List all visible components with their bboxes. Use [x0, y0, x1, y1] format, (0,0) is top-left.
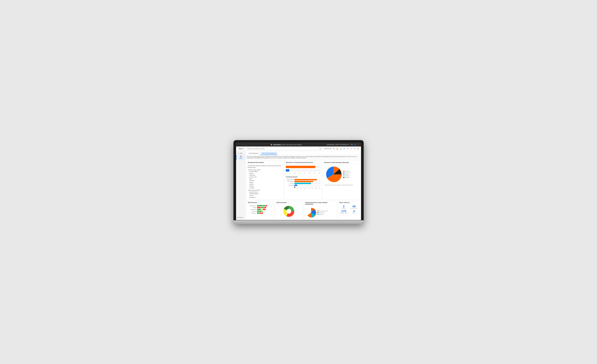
widget-body-dq-scorechart — [275, 204, 303, 219]
legend-item-policy: Policy: 91 — [343, 171, 351, 172]
dq-bar-seg — [261, 212, 263, 214]
sidebar-item-home[interactable]: 🏠 Home — [236, 155, 245, 160]
legend-item-process-critical: Process: 53 — [317, 212, 328, 213]
collapse-button[interactable]: ◀ Collapse — [236, 216, 245, 219]
technical-assets-title: Technical assets include: — [248, 189, 282, 191]
search-input[interactable] — [247, 148, 319, 149]
browse-mail-icon[interactable]: ✉ — [353, 147, 356, 150]
gloss-cell-businessterm: 172 BUSINESS TERM — [339, 210, 348, 213]
list-item: Catalog Sources — [249, 191, 282, 193]
technical-assets-chart: Catalog Sources Tech Datasets Columns — [286, 178, 321, 190]
user-top-icon[interactable]: 👤 — [354, 144, 356, 145]
chevron-down-icon: ▾ — [243, 148, 244, 150]
search-top-icon[interactable]: 🔍 — [351, 144, 353, 145]
browse-tag-icon[interactable]: 🏷 — [350, 147, 353, 150]
widget-body-gloss: 2 DOMAIN 49 SUB DOMAIN 172 BUSINESS TERM — [338, 204, 360, 215]
more-options-button[interactable]: ··· — [358, 152, 359, 154]
legend-dot-policy-c — [317, 214, 319, 215]
widget-body-dashboard-description: This dashboard will give oversights on b… — [247, 164, 283, 200]
app-title-bar: Informatica Data Governance and Catalog — [270, 144, 302, 146]
critical-pie-svg — [306, 207, 316, 218]
list-item: Calculations — [249, 197, 282, 198]
widget-dashboard-description: Dashboard Description This dashboard wil… — [246, 160, 283, 200]
username-display: hawkupgrade_July22-fromselfservice — [326, 144, 348, 145]
dq-bar-seg — [261, 211, 263, 212]
browse-table-icon[interactable]: ⊞ — [333, 147, 335, 150]
gloss-grid: 2 DOMAIN 49 SUB DOMAIN 172 BUSINESS TERM — [339, 205, 359, 213]
widget-business-assets-pie: Business assets (besides glossary) — [323, 160, 360, 200]
search-icon[interactable]: 🔍 — [319, 148, 321, 150]
description-content: This dashboard will give oversights on b… — [248, 165, 282, 198]
gloss-number-businessterm: 172 — [339, 210, 348, 212]
dq-label-consistency: Consistency — [248, 209, 256, 210]
gloss-label-domain: DOMAIN — [339, 208, 348, 209]
list-item: Systems — [249, 183, 282, 185]
dq-bar-seg — [257, 207, 261, 208]
browse-cloud-icon[interactable]: ☁ — [339, 147, 342, 150]
main-layout: + + New 🏠 Home ◀ Collapse My Dashboard — [236, 151, 361, 220]
dq-label-completeness: Completeness — [248, 205, 256, 206]
axis-label: 500 — [289, 173, 291, 174]
search-input-wrapper: 🔍 — [246, 147, 322, 150]
gloss-cell-domain: 2 DOMAIN — [339, 205, 348, 209]
legend-item-process: Process: 54 — [343, 172, 351, 173]
legend-item-policy-critical: Policy: 89 — [317, 214, 328, 215]
axis-label: 1000 — [294, 173, 296, 174]
bar-label: Tech Datasets — [286, 181, 294, 182]
list-item: Processes — [249, 180, 282, 182]
axis-label: 400 — [308, 188, 310, 189]
gloss-label-subdomain: SUB DOMAIN — [349, 208, 359, 209]
legend-item-system: System: 7 — [343, 174, 351, 175]
top-bar: Informatica Data Governance and Catalog … — [236, 143, 361, 146]
dq-bar-seg — [264, 207, 266, 208]
list-item: Columns — [249, 195, 282, 197]
browse-bell-icon[interactable]: 🔔 — [336, 147, 339, 150]
search-bar: Basic ▾ 🔍 Browse By ⊞ 🔔 ☁ 🔗 ⚙ 🏷 ✉ 📋 — [236, 146, 361, 151]
axis-label: 200 — [301, 188, 302, 189]
dashboard-tabs: My Dashboard DG & DQ Dashboard — [247, 152, 278, 155]
list-item: Datasets — [249, 185, 282, 187]
tab-dg-dq-dashboard[interactable]: DG & DQ Dashboard — [260, 152, 278, 155]
sidebar: + + New 🏠 Home ◀ Collapse — [236, 151, 245, 220]
pie-legend: Policy: 91 Process: 54 System: 7 — [343, 171, 351, 178]
widget-body-critical-assets: Business Term: 172 Process: 53 Policy: 8… — [304, 205, 337, 220]
description-banner: This is your home page for Data Governan… — [245, 155, 361, 159]
bar-label: Columns — [286, 183, 294, 184]
gloss-cell-metric: 4 METRIC — [349, 210, 359, 213]
axis-label: 700 — [319, 188, 321, 189]
widget-dq-overview: DQ Overview Completeness — [246, 201, 274, 220]
gloss-number-metric: 4 — [349, 210, 359, 212]
list-item: AI Models — [249, 187, 282, 189]
legend-dot-system — [343, 174, 344, 175]
legend-label-dataset: Dataset: 0 — [345, 175, 350, 176]
browse-copy-icon[interactable]: 📋 — [357, 147, 359, 150]
legend-label-process-c: Process: 53 — [319, 212, 325, 213]
dq-score-pie-svg — [283, 205, 295, 217]
widget-title-gloss: Gloss w/out O... — [338, 201, 360, 204]
axis-label: 100 — [297, 188, 298, 189]
critical-chart-container: Business Term: 172 Process: 53 Policy: 8… — [305, 207, 336, 219]
dq-label-accuracy: Accuracy — [248, 211, 256, 212]
widget-critical-assets: Critical business assets without stakeho… — [304, 201, 337, 220]
gloss-number-subdomain: 49 — [349, 205, 359, 208]
widget-body-pie: Policy: 91 Process: 54 System: 7 — [323, 164, 360, 187]
search-filter-select[interactable]: Basic ▾ — [238, 147, 245, 150]
dq-label-timeliness: Timeliness — [248, 212, 256, 214]
widget-title-business-vs-technical: Business vs Technical Asset Overview — [285, 161, 322, 164]
bar-label: Calculations — [286, 185, 294, 186]
legend-dot-process — [343, 172, 344, 173]
browse-gear-icon[interactable]: ⚙ — [346, 147, 349, 150]
dashboard-grid-row2: DQ Overview Completeness — [245, 201, 361, 220]
new-button[interactable]: + + New — [236, 152, 245, 155]
help-top-icon[interactable]: ❓ — [357, 144, 359, 145]
legend-item-aimodel: AI Model: 3 — [343, 177, 351, 178]
axis-label: 600 — [315, 188, 317, 189]
desc-intro: This dashboard will give oversights on b… — [248, 165, 282, 168]
browse-link-icon[interactable]: 🔗 — [343, 147, 346, 150]
legend-dot-aimodel — [343, 177, 344, 178]
technical-assets-list: Catalog Sources Technical datasets Colum… — [248, 191, 282, 198]
axis-label: 3000 — [314, 173, 315, 174]
legend-item-business-term: Business Term: 172 — [317, 211, 328, 212]
tab-my-dashboard[interactable]: My Dashboard — [247, 152, 260, 155]
legend-label-process: Process: 54 — [345, 172, 351, 173]
